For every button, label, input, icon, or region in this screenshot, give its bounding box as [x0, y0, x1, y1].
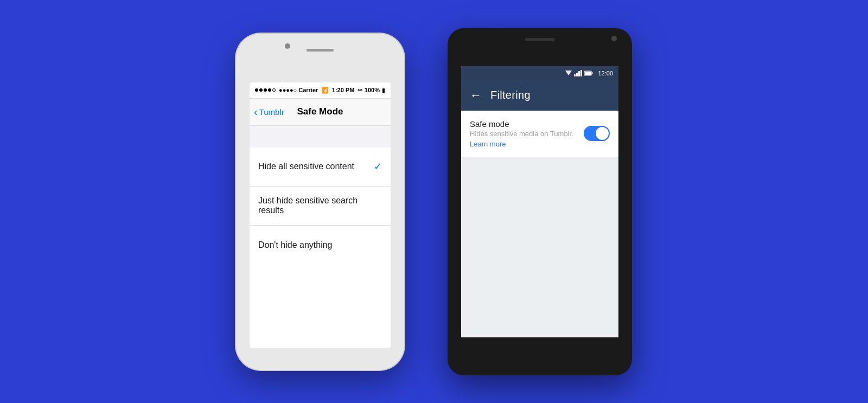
iphone-camera — [285, 43, 290, 49]
list-item-text-1: Just hide sensitive search results — [258, 196, 382, 215]
signal-bar-1 — [574, 74, 576, 76]
dot-5 — [272, 88, 276, 92]
bluetooth-icon: 𝌃 — [358, 87, 362, 93]
signal-bar-2 — [576, 73, 578, 76]
android-content: Safe mode Hides sensitive media on Tumbl… — [461, 111, 618, 337]
svg-rect-3 — [585, 72, 591, 75]
carrier-label: ●●●●○ Carrier — [279, 87, 318, 93]
ios-status-right: 𝌃 100% ▮ — [358, 87, 385, 93]
ios-nav-title: Safe Mode — [297, 106, 343, 117]
android-status-bar: 12:00 — [461, 66, 618, 80]
ios-back-button[interactable]: ‹ Tumblr — [254, 106, 284, 117]
signal-icon — [574, 70, 582, 76]
safe-mode-toggle[interactable] — [584, 126, 610, 141]
signal-bar-3 — [578, 71, 580, 76]
wifi-icon: 📶 — [321, 87, 329, 94]
safe-mode-card: Safe mode Hides sensitive media on Tumbl… — [461, 111, 618, 157]
safe-mode-card-text: Safe mode Hides sensitive media on Tumbl… — [470, 119, 577, 148]
android-time: 12:00 — [598, 70, 613, 76]
android-camera — [611, 36, 617, 41]
ios-section-header — [250, 126, 391, 148]
battery-icon — [584, 71, 593, 76]
safe-mode-subtitle: Hides sensitive media on Tumblr. — [470, 130, 577, 138]
ios-status-bar: ●●●●○ Carrier 📶 1:20 PM 𝌃 100% ▮ — [250, 82, 391, 99]
toggle-knob — [596, 127, 609, 140]
checkmark-icon: ✓ — [374, 161, 382, 172]
ios-back-label: Tumblr — [259, 107, 284, 117]
android-toolbar-title: Filtering — [490, 89, 531, 101]
ios-status-left: ●●●●○ Carrier 📶 — [255, 87, 329, 94]
ios-chevron-icon: ‹ — [254, 106, 258, 117]
ios-signal-dots — [255, 88, 276, 92]
android-screen: 12:00 ← Filtering Safe mode Hides sensit… — [461, 66, 618, 337]
svg-marker-0 — [565, 71, 572, 75]
android-toolbar: ← Filtering — [461, 80, 618, 111]
ios-battery-label: 100% — [365, 87, 380, 93]
android-device: 12:00 ← Filtering Safe mode Hides sensit… — [448, 28, 632, 375]
list-item-hide-all[interactable]: Hide all sensitive content ✓ — [250, 148, 391, 187]
learn-more-link[interactable]: Learn more — [470, 140, 577, 148]
signal-bar-4 — [580, 70, 582, 76]
iphone-device: ●●●●○ Carrier 📶 1:20 PM 𝌃 100% ▮ ‹ Tumbl… — [236, 34, 404, 370]
list-item-hide-nothing[interactable]: Don't hide anything — [250, 226, 391, 265]
android-speaker — [525, 38, 555, 41]
dot-4 — [268, 88, 271, 92]
svg-rect-2 — [592, 72, 593, 74]
ios-nav-bar: ‹ Tumblr Safe Mode — [250, 99, 391, 126]
android-back-button[interactable]: ← — [470, 89, 482, 101]
dot-3 — [264, 88, 267, 92]
ios-time: 1:20 PM — [332, 87, 355, 93]
iphone-screen: ●●●●○ Carrier 📶 1:20 PM 𝌃 100% ▮ ‹ Tumbl… — [250, 82, 391, 348]
wifi-icon — [565, 71, 572, 76]
android-status-icons — [565, 70, 593, 76]
iphone-speaker — [307, 49, 334, 52]
list-item-hide-search[interactable]: Just hide sensitive search results — [250, 187, 391, 226]
ios-list: Hide all sensitive content ✓ Just hide s… — [250, 148, 391, 348]
list-item-text-0: Hide all sensitive content — [258, 162, 354, 171]
list-item-text-2: Don't hide anything — [258, 240, 332, 250]
dot-1 — [255, 88, 258, 92]
dot-2 — [259, 88, 263, 92]
battery-icon: ▮ — [382, 87, 385, 93]
safe-mode-title: Safe mode — [470, 119, 577, 129]
